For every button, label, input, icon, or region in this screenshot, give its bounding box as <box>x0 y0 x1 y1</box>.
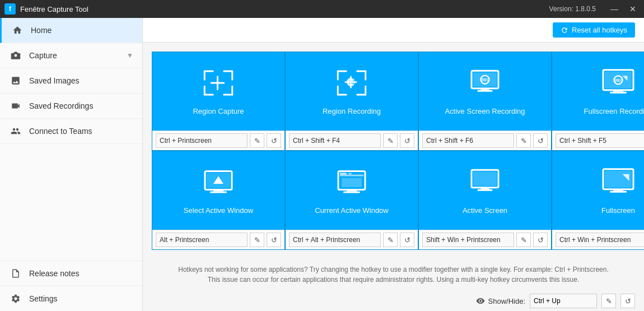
svg-rect-53 <box>613 189 623 191</box>
svg-rect-5 <box>204 94 214 95</box>
sidebar-saved-images-label: Saved Images <box>29 76 133 85</box>
fullscreen-recording-hotkey-row: ✎ ↺ <box>552 131 644 150</box>
svg-rect-15 <box>337 94 347 95</box>
capture-cell-fullscreen-recording: REC Fullscreen Recording ✎ ↺ <box>552 52 644 151</box>
close-button[interactable]: ✕ <box>626 3 640 15</box>
svg-rect-38 <box>210 191 227 193</box>
svg-rect-42 <box>340 173 347 174</box>
doc-icon <box>9 267 22 280</box>
capture-cell-fullscreen: Fullscreen ✎ ↺ <box>552 151 644 250</box>
showhide-text: Show/Hide: <box>488 297 525 305</box>
select-active-window-hotkey-row: ✎ ↺ <box>152 230 284 249</box>
active-screen-recording-label: Active Screen Recording <box>445 107 525 115</box>
svg-rect-13 <box>365 70 366 80</box>
region-capture-button[interactable]: Region Capture <box>152 52 284 131</box>
showhide-label: Show/Hide: <box>476 296 525 305</box>
select-active-window-hotkey-input[interactable] <box>156 233 248 247</box>
current-active-window-button[interactable]: Current Active Window <box>286 151 418 230</box>
select-active-window-label: Select Active Window <box>184 206 253 215</box>
reset-hotkeys-button[interactable]: Reset all hotkeys <box>553 22 635 38</box>
current-active-window-reset-button[interactable]: ↺ <box>400 233 414 247</box>
active-screen-recording-hotkey-row: ✎ ↺ <box>419 131 551 150</box>
region-recording-hotkey-row: ✎ ↺ <box>286 131 418 150</box>
active-screen-recording-button[interactable]: REC Active Screen Recording <box>419 52 551 131</box>
main-layout: Home Capture ▼ Saved Images Saved Record… <box>0 18 644 311</box>
content-area: Reset all hotkeys <box>143 18 644 311</box>
sidebar-item-release-notes[interactable]: Release notes <box>0 261 142 286</box>
svg-rect-17 <box>365 85 366 95</box>
region-recording-hotkey-input[interactable] <box>289 133 381 148</box>
current-active-window-hotkey-input[interactable] <box>289 233 381 247</box>
fullscreen-icon <box>601 167 635 202</box>
camera-icon <box>9 49 22 62</box>
capture-cell-region-recording: REC Region Recording ✎ ↺ <box>285 52 418 151</box>
current-active-window-hotkey-row: ✎ ↺ <box>286 230 418 249</box>
select-active-window-icon <box>202 167 235 202</box>
region-recording-reset-button[interactable]: ↺ <box>400 133 414 148</box>
svg-rect-43 <box>348 173 352 174</box>
region-capture-icon <box>202 68 235 103</box>
svg-text:REC: REC <box>615 78 623 82</box>
svg-rect-45 <box>343 191 360 193</box>
sidebar-item-saved-recordings[interactable]: Saved Recordings <box>0 94 142 119</box>
svg-rect-48 <box>473 171 497 186</box>
info-text: Hotkeys not working for some application… <box>143 259 644 290</box>
svg-rect-11 <box>337 70 339 80</box>
region-capture-hotkey-input[interactable] <box>156 133 248 148</box>
fullscreen-recording-button[interactable]: REC Fullscreen Recording <box>552 52 644 131</box>
sidebar-release-notes-label: Release notes <box>29 269 133 278</box>
svg-rect-1 <box>204 70 206 80</box>
title-bar: f Fenêtre Capture Tool Version: 1.8.0.5 … <box>0 0 644 18</box>
svg-rect-54 <box>610 191 627 192</box>
active-screen-button[interactable]: Active Screen <box>419 151 551 230</box>
capture-cell-active-screen: Active Screen ✎ ↺ <box>418 151 552 250</box>
active-screen-label: Active Screen <box>463 206 507 215</box>
select-active-window-edit-button[interactable]: ✎ <box>250 233 264 247</box>
sidebar-item-home[interactable]: Home <box>0 18 142 43</box>
showhide-edit-button[interactable]: ✎ <box>601 294 616 308</box>
fullscreen-button[interactable]: Fullscreen <box>552 151 644 230</box>
fullscreen-hotkey-row: ✎ ↺ <box>552 230 644 249</box>
sidebar-item-saved-images[interactable]: Saved Images <box>0 68 142 94</box>
svg-text:REC: REC <box>482 78 489 82</box>
capture-cell-select-active-window: Select Active Window ✎ ↺ <box>152 151 285 250</box>
image-icon <box>9 74 22 87</box>
active-screen-recording-reset-button[interactable]: ↺ <box>533 133 548 148</box>
region-capture-label: Region Capture <box>193 107 244 115</box>
select-active-window-reset-button[interactable]: ↺ <box>267 233 281 247</box>
fullscreen-recording-hotkey-input[interactable] <box>556 133 644 148</box>
app-icon: f <box>4 3 16 15</box>
minimize-button[interactable]: — <box>607 3 622 15</box>
eye-icon <box>476 296 485 305</box>
fullscreen-hotkey-input[interactable] <box>556 233 644 247</box>
sidebar-item-connect-teams[interactable]: Connect to Teams <box>0 119 142 144</box>
region-capture-edit-button[interactable]: ✎ <box>250 133 264 148</box>
sidebar-item-capture[interactable]: Capture ▼ <box>0 43 142 68</box>
sidebar-home-label: Home <box>31 26 133 35</box>
active-screen-reset-button[interactable]: ↺ <box>533 233 548 247</box>
showhide-row: Show/Hide: ✎ ↺ <box>143 290 644 311</box>
active-screen-edit-button[interactable]: ✎ <box>516 233 531 247</box>
region-recording-edit-button[interactable]: ✎ <box>383 133 398 148</box>
current-active-window-edit-button[interactable]: ✎ <box>383 233 398 247</box>
showhide-hotkey-input[interactable] <box>530 294 597 308</box>
fullscreen-recording-icon: REC <box>601 68 635 103</box>
capture-grid: Region Capture ✎ ↺ <box>143 43 644 259</box>
region-recording-button[interactable]: REC Region Recording <box>286 52 418 131</box>
select-active-window-button[interactable]: Select Active Window <box>152 151 284 230</box>
chevron-down-icon: ▼ <box>127 52 133 59</box>
svg-rect-31 <box>610 91 627 93</box>
active-screen-recording-edit-button[interactable]: ✎ <box>516 133 531 148</box>
active-screen-recording-hotkey-input[interactable] <box>422 133 514 148</box>
sidebar-item-settings[interactable]: Settings <box>0 286 142 311</box>
showhide-reset-button[interactable]: ↺ <box>620 294 635 308</box>
active-screen-recording-icon: REC <box>468 68 502 103</box>
current-active-window-icon <box>335 167 368 202</box>
video-icon <box>9 99 22 113</box>
svg-rect-25 <box>478 90 493 91</box>
app-title: Fenêtre Capture Tool <box>20 5 549 13</box>
region-capture-reset-button[interactable]: ↺ <box>267 133 281 148</box>
active-screen-hotkey-input[interactable] <box>422 233 514 247</box>
svg-rect-30 <box>613 90 623 91</box>
sidebar-spacer <box>0 144 142 261</box>
